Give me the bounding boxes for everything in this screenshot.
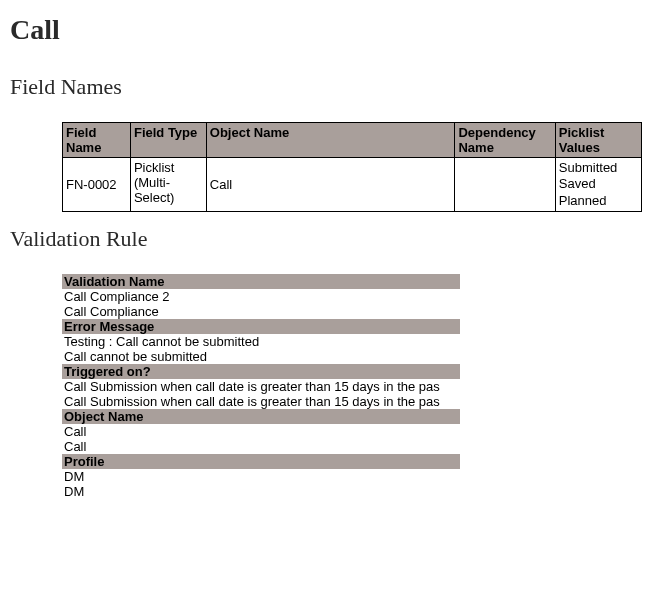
val-row: Call Submission when call date is greate… xyxy=(62,379,460,394)
val-header-error-message: Error Message xyxy=(62,319,460,334)
val-row: Testing : Call cannot be submitted xyxy=(62,334,460,349)
val-header-triggered-on: Triggered on? xyxy=(62,364,460,379)
val-row: Call Compliance xyxy=(62,304,460,319)
cell-field-name: FN-0002 xyxy=(63,158,131,212)
col-object-name: Object Name xyxy=(206,123,455,158)
col-picklist-values: Picklist Values xyxy=(555,123,641,158)
val-header-object-name: Object Name xyxy=(62,409,460,424)
validation-rule-block: Validation Name Call Compliance 2 Call C… xyxy=(62,274,460,499)
picklist-value: Submitted xyxy=(559,160,638,176)
val-header-validation-name: Validation Name xyxy=(62,274,460,289)
val-row: DM xyxy=(62,484,460,499)
val-row: Call Submission when call date is greate… xyxy=(62,394,460,409)
col-field-type: Field Type xyxy=(130,123,206,158)
col-dependency-name: Dependency Name xyxy=(455,123,555,158)
val-row: Call xyxy=(62,439,460,454)
val-row: Call xyxy=(62,424,460,439)
table-header-row: Field Name Field Type Object Name Depend… xyxy=(63,123,642,158)
col-field-name: Field Name xyxy=(63,123,131,158)
val-row: Call Compliance 2 xyxy=(62,289,460,304)
val-row: DM xyxy=(62,469,460,484)
section-heading-field-names: Field Names xyxy=(10,74,658,100)
page-title: Call xyxy=(10,14,658,46)
val-header-profile: Profile xyxy=(62,454,460,469)
cell-object-name: Call xyxy=(206,158,455,212)
cell-field-type: Picklist (Multi-Select) xyxy=(130,158,206,212)
picklist-value: Planned xyxy=(559,193,638,209)
field-names-table: Field Name Field Type Object Name Depend… xyxy=(62,122,642,212)
table-row: FN-0002 Picklist (Multi-Select) Call Sub… xyxy=(63,158,642,212)
cell-dependency-name xyxy=(455,158,555,212)
cell-picklist-values: Submitted Saved Planned xyxy=(555,158,641,212)
section-heading-validation-rule: Validation Rule xyxy=(10,226,658,252)
val-row: Call cannot be submitted xyxy=(62,349,460,364)
picklist-value: Saved xyxy=(559,176,638,192)
